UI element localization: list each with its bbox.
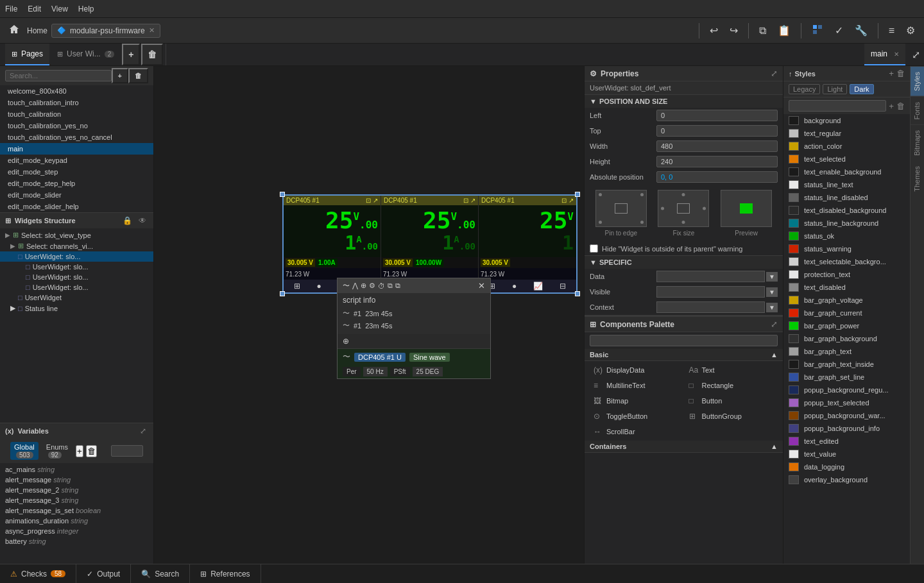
page-item-welcome[interactable]: welcome_800x480 (0, 85, 153, 97)
palette-togglebutton[interactable]: ⊙ ToggleButton (590, 410, 683, 423)
pages-del-btn[interactable]: 🗑 (128, 68, 148, 83)
color-status-ok[interactable]: status_ok (783, 230, 910, 242)
maximize-canvas[interactable]: ⤢ (908, 44, 924, 65)
list-button[interactable]: ≡ (885, 22, 898, 39)
vars-add-btn[interactable]: + (76, 445, 83, 457)
visible-input[interactable] (656, 286, 765, 298)
color-background[interactable]: background (783, 114, 910, 127)
height-input[interactable] (656, 156, 778, 167)
page-item-emsh[interactable]: edit_mode_step_help (0, 178, 153, 189)
popup-close-btn[interactable]: ✕ (478, 281, 485, 291)
color-popup-bg[interactable]: popup_background_regu... (783, 384, 910, 396)
palette-displaydata[interactable]: (x) DisplayData (590, 364, 683, 376)
color-bg-set-line[interactable]: bar_graph_set_line (783, 371, 910, 384)
var-expand-btn[interactable]: ⤢ (138, 426, 148, 436)
tree-uw-1[interactable]: □ UserWidget: slo... (0, 262, 153, 272)
pos-section-header[interactable]: ▼ POSITION AND SIZE (585, 95, 783, 108)
home-button[interactable] (5, 22, 23, 40)
styles-search-add-btn[interactable]: + (889, 101, 894, 111)
color-sel-bg[interactable]: text_selectable_backgro... (783, 255, 910, 268)
theme-legacy-btn[interactable]: Legacy (789, 84, 820, 94)
tree-uw-2[interactable]: □ UserWidget: slo... (0, 272, 153, 282)
pages-search-input[interactable] (5, 70, 112, 81)
left-input[interactable] (656, 110, 778, 121)
tree-select-slot[interactable]: ▶ ⊞ Select: slot_view_type (0, 230, 153, 241)
fonts-vert-tab[interactable]: Fonts (911, 96, 924, 125)
color-text-en-bg[interactable]: text_enable_background (783, 165, 910, 178)
page-item-emslh[interactable]: edit_mode_slider_help (0, 201, 153, 212)
styles-up-btn[interactable]: ↑ (789, 70, 792, 78)
color-overlay-bg[interactable]: overlay_background (783, 473, 910, 486)
tree-select-channels[interactable]: ▶ ⊞ Select: channels_vi... (0, 241, 153, 251)
page-item-emsl[interactable]: edit_mode_slider (0, 189, 153, 201)
fix-size-widget[interactable] (658, 190, 709, 227)
project-tab-close[interactable]: ✕ (149, 26, 155, 35)
theme-dark-btn[interactable]: Dark (850, 84, 873, 94)
tab-main[interactable]: main ✕ (864, 44, 905, 65)
visible-dropdown-btn[interactable]: ▼ (766, 287, 778, 297)
pages-add-btn[interactable]: + (112, 68, 128, 83)
design-button[interactable] (808, 21, 827, 40)
palette-text[interactable]: Aa Text (685, 364, 778, 376)
color-data-logging[interactable]: data_logging (783, 460, 910, 473)
undo-button[interactable]: ↩ (706, 22, 722, 39)
tree-uw-3[interactable]: □ UserWidget: slo... (0, 282, 153, 292)
color-bg-voltage[interactable]: bar_graph_voltage (783, 294, 910, 307)
color-status-warn[interactable]: status_warning (783, 242, 910, 255)
page-item-tcync[interactable]: touch_calibration_yes_no_cancel (0, 131, 153, 143)
context-dropdown-btn[interactable]: ▼ (766, 303, 778, 312)
color-text-edited[interactable]: text_edited (783, 435, 910, 448)
settings-button[interactable]: 🔧 (851, 22, 871, 39)
color-status-dis[interactable]: status_line_disabled (783, 191, 910, 204)
hide-warning-checkbox[interactable] (590, 244, 598, 253)
handle-tr[interactable] (575, 192, 580, 197)
color-text-dis[interactable]: text_disabled (783, 281, 910, 294)
styles-del-btn[interactable]: 🗑 (896, 69, 905, 78)
check-button[interactable]: ✓ (831, 22, 847, 39)
color-bg-bg[interactable]: bar_graph_background (783, 332, 910, 345)
project-tab[interactable]: modular-psu-firmware (70, 26, 145, 35)
data-dropdown-btn[interactable]: ▼ (766, 272, 778, 282)
vars-tab-global[interactable]: Global 503 (10, 442, 38, 460)
handle-tl[interactable] (280, 192, 285, 197)
tab-pages[interactable]: ⊞ Pages (5, 44, 49, 65)
handle-bl[interactable] (280, 291, 285, 296)
palette-multiline[interactable]: ≡ MultilineText (590, 379, 683, 392)
palette-search-input[interactable] (590, 335, 778, 346)
palette-scrollbar[interactable]: ↔ ScrollBar (590, 425, 683, 438)
paste-button[interactable]: 📋 (774, 22, 794, 39)
palette-buttongroup[interactable]: ⊞ ButtonGroup (685, 410, 778, 423)
tab-main-close[interactable]: ✕ (894, 51, 899, 58)
menu-help[interactable]: Help (78, 4, 94, 13)
palette-bitmap[interactable]: 🖼 Bitmap (590, 394, 683, 407)
color-bg-current[interactable]: bar_graph_current (783, 307, 910, 319)
color-protect-text[interactable]: protection_text (783, 268, 910, 281)
palette-maximize-btn[interactable]: ⤢ (771, 319, 778, 329)
color-popup-info[interactable]: popup_background_info (783, 422, 910, 435)
theme-light-btn[interactable]: Light (823, 84, 847, 94)
vars-search-input[interactable] (111, 445, 143, 457)
color-text-value[interactable]: text_value (783, 448, 910, 460)
context-input[interactable] (656, 301, 765, 313)
color-popup-warn[interactable]: popup_background_war... (783, 409, 910, 422)
page-item-tc[interactable]: touch_calibration (0, 108, 153, 120)
data-input[interactable] (656, 271, 765, 282)
palette-basic-header[interactable]: Basic ▲ (585, 349, 783, 361)
top-input[interactable] (656, 125, 778, 137)
vars-del-btn[interactable]: 🗑 (86, 445, 97, 457)
copy-button[interactable]: ⧉ (755, 22, 770, 39)
props-maximize-btn[interactable]: ⤢ (771, 69, 778, 78)
styles-add-btn[interactable]: + (889, 69, 894, 78)
styles-search-input[interactable] (789, 100, 886, 112)
styles-search-del-btn[interactable]: 🗑 (896, 101, 905, 111)
page-item-tcyn[interactable]: touch_calibration_yes_no (0, 120, 153, 131)
preview-widget[interactable] (721, 190, 772, 227)
menu-edit[interactable]: Edit (28, 4, 41, 13)
palette-rectangle[interactable]: □ Rectangle (685, 379, 778, 392)
page-item-tci[interactable]: touch_calibration_intro (0, 97, 153, 108)
status-output[interactable]: ✓ Output (76, 564, 131, 583)
page-item-ems[interactable]: edit_mode_step (0, 166, 153, 178)
palette-containers-header[interactable]: Containers ▲ (585, 441, 783, 453)
color-text-selected[interactable]: text_selected (783, 153, 910, 165)
color-text-regular[interactable]: text_regular (783, 127, 910, 140)
